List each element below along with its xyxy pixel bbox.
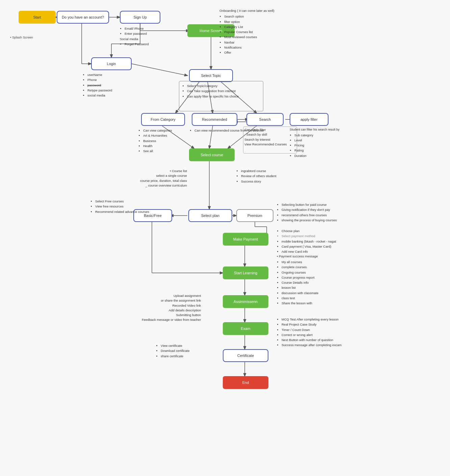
start-node: Start [19,11,56,24]
onboarding-label: Onboarding ( it can come later as well) … [219,8,274,55]
select-course-node: Select course [189,148,235,161]
login-items: userName Phone password Retype password … [83,73,112,98]
premium-items: Selecting button for paid course Giving … [277,202,337,223]
sign-up-node: Sign Up [120,11,160,24]
select-topic-items: Select Topic/category Can Take suggestio… [182,84,239,99]
apply-filter-items: Student can filter his search result by … [290,128,340,159]
end-node: End [223,376,268,389]
certificate-items: View certificate Download certificate sh… [156,343,190,359]
exam-node: Exam [223,322,268,335]
diagram: Start Do you have an account? Sign Up • … [0,0,450,476]
select-course-right-items: ingrabtord course Review of others stude… [236,169,276,184]
from-category-label: From Category [151,117,175,121]
make-payment-node: Make Payment [223,233,268,246]
assignment-node: Assimmissenn [223,295,268,308]
home-screen-label: Home Screen [200,29,222,33]
certificate-label: Certificate [237,354,254,358]
select-plan-node: Select plan [188,209,232,222]
sign-up-label: Sign Up [133,15,147,19]
payment-success-label: • Payment success message [277,254,318,259]
search-items: Can apply filter - Search by skill Searc… [244,128,297,147]
from-category-node: From Category [141,113,185,126]
recommended-node: Recommended [192,113,237,126]
login-node: Login [91,57,132,70]
splash-screen-label: • Splash Screen [10,35,33,39]
select-topic-node: Select Topic [189,69,233,82]
premium-label: Premium [247,214,262,218]
select-course-label: Select course [201,153,223,157]
make-payment-label: Make Payment [233,237,258,241]
start-learning-node: Start Learning [223,267,268,279]
recommended-label: Recommended [202,117,227,121]
select-topic-label: Select Topic [201,74,221,78]
basic-free-items: Select Free courses View free resources … [90,199,149,215]
exam-label: Exam [241,327,250,331]
assignment-label: Assimmissenn [234,300,258,304]
from-category-items: Can view categories Art & Humanities Bus… [138,128,172,154]
make-payment-items: Choose plan Select payment method mobile… [277,229,336,254]
end-label: End [242,381,249,385]
select-course-left-items: • Course list select a single course cou… [140,169,187,188]
exam-items: MCQ Test After completing every lesson R… [277,317,342,348]
start-learning-label: Start Learning [234,271,257,275]
login-label: Login [107,62,116,66]
svg-line-7 [132,64,187,76]
search-label: Search [259,117,271,121]
assignment-items: Upload assignment or share the assignmen… [142,293,201,323]
certificate-node: Certificate [223,349,268,362]
select-plan-label: Select plan [201,214,219,218]
signup-items: Email/ Phone Enter password Social media… [120,26,149,47]
start-label: Start [33,15,41,19]
apply-filter-node: apply filter [290,113,328,126]
premium-node: Premium [236,209,273,222]
start-learning-items: My all courses complete courses Ongoing … [277,260,318,306]
search-node: Search [246,113,284,126]
do-you-have-node: Do you have an account? [57,11,109,24]
do-you-have-label: Do you have an account? [62,15,104,19]
apply-filter-label: apply filter [300,117,317,121]
